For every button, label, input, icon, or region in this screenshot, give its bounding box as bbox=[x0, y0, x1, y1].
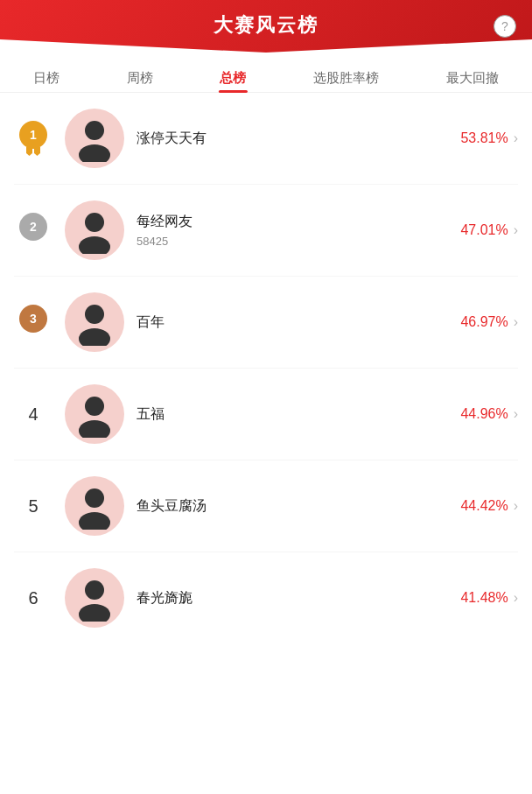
rank-num: 1 bbox=[14, 119, 52, 158]
rank-percentage: 44.42% bbox=[460, 498, 508, 514]
rank-percentage: 41.48% bbox=[460, 590, 508, 606]
rank-item[interactable]: 2 每经网友 58425 47.01% › bbox=[14, 185, 518, 277]
rank-list: 1 涨停天天有 53.81% › 2 每经网友 58425 bbox=[0, 93, 532, 643]
rank-right: 53.81% › bbox=[460, 130, 518, 146]
rank-percentage: 44.96% bbox=[460, 406, 508, 422]
user-info: 百年 bbox=[136, 313, 460, 332]
tab-winrate[interactable]: 选股胜率榜 bbox=[306, 65, 386, 92]
user-name: 春光旖旎 bbox=[136, 589, 460, 608]
chevron-right-icon: › bbox=[514, 130, 518, 146]
user-sub: 58425 bbox=[136, 235, 460, 248]
svg-point-2 bbox=[85, 213, 104, 232]
user-name: 百年 bbox=[136, 313, 460, 332]
avatar bbox=[65, 292, 124, 352]
avatar bbox=[65, 568, 124, 628]
user-info: 每经网友 58425 bbox=[136, 213, 460, 248]
rank-percentage: 53.81% bbox=[460, 130, 508, 146]
avatar bbox=[65, 200, 124, 260]
svg-point-10 bbox=[85, 580, 104, 600]
user-name: 每经网友 bbox=[136, 213, 460, 231]
avatar bbox=[65, 109, 124, 168]
rank-number: 5 bbox=[28, 496, 38, 516]
rank-item[interactable]: 6 春光旖旎 41.48% › bbox=[14, 552, 518, 643]
rank-number: 4 bbox=[28, 404, 38, 425]
tab-weekly[interactable]: 周榜 bbox=[120, 65, 160, 92]
chevron-right-icon: › bbox=[514, 590, 518, 606]
rank-right: 46.97% › bbox=[460, 314, 518, 330]
svg-point-9 bbox=[79, 512, 110, 530]
chevron-right-icon: › bbox=[514, 406, 518, 422]
tab-bar: 日榜 周榜 总榜 选股胜率榜 最大回撤 bbox=[0, 56, 532, 93]
rank-num: 3 bbox=[14, 303, 52, 341]
chevron-right-icon: › bbox=[514, 314, 518, 330]
tab-total[interactable]: 总榜 bbox=[213, 65, 253, 92]
rank-num: 6 bbox=[14, 588, 52, 608]
user-name: 五福 bbox=[136, 405, 460, 424]
medal-silver: 2 bbox=[16, 211, 51, 249]
rank-right: 44.96% › bbox=[460, 406, 518, 422]
help-button[interactable]: ? bbox=[494, 15, 516, 38]
rank-right: 47.01% › bbox=[460, 222, 518, 238]
svg-point-1 bbox=[79, 144, 110, 162]
svg-point-11 bbox=[79, 604, 110, 622]
svg-point-0 bbox=[85, 121, 104, 140]
header-banner: 大赛风云榜 ? bbox=[0, 0, 532, 53]
svg-point-5 bbox=[79, 328, 110, 346]
rank-number: 6 bbox=[28, 588, 38, 608]
svg-point-3 bbox=[79, 236, 110, 254]
chevron-right-icon: › bbox=[514, 498, 518, 514]
rank-item[interactable]: 3 百年 46.97% › bbox=[14, 277, 518, 369]
svg-point-7 bbox=[79, 420, 110, 438]
user-name: 涨停天天有 bbox=[136, 130, 460, 148]
tab-daily[interactable]: 日榜 bbox=[26, 65, 66, 92]
svg-point-8 bbox=[85, 488, 104, 508]
rank-num: 4 bbox=[14, 404, 52, 425]
svg-point-6 bbox=[85, 397, 104, 416]
user-name: 鱼头豆腐汤 bbox=[136, 497, 460, 516]
rank-right: 41.48% › bbox=[460, 590, 518, 606]
rank-percentage: 47.01% bbox=[460, 222, 508, 238]
tab-maxreturn[interactable]: 最大回撤 bbox=[439, 65, 506, 92]
medal-bronze: 3 bbox=[16, 303, 51, 341]
user-info: 春光旖旎 bbox=[136, 589, 460, 608]
page-title: 大赛风云榜 bbox=[214, 14, 318, 36]
user-info: 鱼头豆腐汤 bbox=[136, 497, 460, 516]
rank-percentage: 46.97% bbox=[460, 314, 508, 330]
chevron-right-icon: › bbox=[514, 222, 518, 238]
rank-item[interactable]: 5 鱼头豆腐汤 44.42% › bbox=[14, 460, 518, 552]
user-info: 五福 bbox=[136, 405, 460, 424]
rank-num: 5 bbox=[14, 496, 52, 516]
svg-point-4 bbox=[85, 305, 104, 324]
rank-item[interactable]: 1 涨停天天有 53.81% › bbox=[14, 93, 518, 185]
avatar bbox=[65, 384, 124, 444]
medal-gold: 1 bbox=[16, 119, 51, 158]
rank-num: 2 bbox=[14, 211, 52, 249]
user-info: 涨停天天有 bbox=[136, 130, 460, 148]
avatar bbox=[65, 476, 124, 536]
rank-right: 44.42% › bbox=[460, 498, 518, 514]
rank-item[interactable]: 4 五福 44.96% › bbox=[14, 369, 518, 460]
